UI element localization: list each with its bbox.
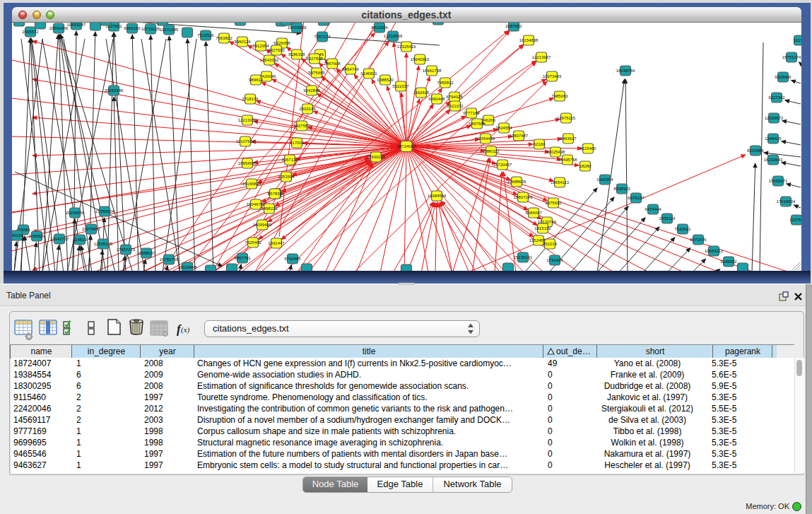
svg-text:9327500: 9327500	[268, 48, 285, 52]
svg-text:9084067: 9084067	[525, 211, 542, 215]
svg-text:16033809: 16033809	[288, 25, 307, 30]
svg-text:9777169: 9777169	[463, 111, 480, 115]
svg-text:1733426: 1733426	[546, 258, 563, 262]
svg-text:18280: 18280	[579, 164, 592, 168]
svg-text:12505135: 12505135	[94, 242, 113, 246]
svg-text:1162615: 1162615	[413, 90, 430, 95]
svg-text:16648784: 16648784	[616, 69, 635, 73]
svg-text:15640910: 15640910	[411, 57, 430, 62]
svg-text:12942737: 12942737	[50, 237, 69, 241]
svg-text:10107554: 10107554	[236, 139, 255, 144]
svg-text:62160: 62160	[534, 142, 546, 146]
svg-text:20206556: 20206556	[66, 211, 85, 215]
svg-text:10807487: 10807487	[510, 134, 529, 138]
svg-text:8912954: 8912954	[252, 44, 269, 48]
svg-text:3267130: 3267130	[281, 158, 298, 162]
svg-text:20053346: 20053346	[105, 88, 124, 93]
svg-text:13325419: 13325419	[397, 45, 416, 49]
svg-text:1156829: 1156829	[29, 234, 46, 238]
svg-text:12213369: 12213369	[238, 118, 257, 122]
svg-text:6466160: 6466160	[124, 26, 141, 30]
svg-text:8215956: 8215956	[747, 148, 764, 153]
svg-text:1244415: 1244415	[765, 136, 782, 141]
svg-text:6497568: 6497568	[469, 122, 486, 126]
svg-text:7515526: 7515526	[197, 33, 214, 37]
svg-text:7485063: 7485063	[551, 94, 568, 98]
svg-text:1353594: 1353594	[278, 175, 295, 179]
svg-text:7632621: 7632621	[674, 227, 691, 231]
svg-text:10654112: 10654112	[705, 249, 724, 253]
svg-text:1621072: 1621072	[447, 104, 464, 108]
svg-text:7625402: 7625402	[245, 240, 261, 245]
svg-text:10719135: 10719135	[141, 27, 160, 31]
svg-text:10958167: 10958167	[137, 251, 156, 255]
svg-text:12093872: 12093872	[765, 116, 784, 120]
svg-text:5875685: 5875685	[308, 71, 325, 75]
svg-text:19654113: 19654113	[551, 180, 570, 185]
svg-text:(x): (x)	[181, 325, 190, 334]
svg-text:12023448: 12023448	[178, 265, 197, 269]
svg-text:10025438: 10025438	[546, 150, 565, 154]
svg-text:16154838: 16154838	[519, 38, 539, 42]
svg-text:15692971: 15692971	[769, 179, 788, 183]
svg-text:989612: 989612	[249, 78, 264, 82]
svg-text:9463627: 9463627	[560, 136, 577, 141]
svg-text:9474444: 9474444	[645, 207, 661, 211]
svg-text:9146821: 9146821	[360, 71, 377, 76]
svg-text:12213967: 12213967	[532, 55, 551, 59]
svg-text:19384554: 19384554	[428, 194, 447, 198]
svg-text:5322037: 5322037	[392, 84, 409, 88]
svg-text:9242848: 9242848	[303, 88, 320, 93]
svg-text:9960124: 9960124	[234, 40, 251, 44]
svg-text:16854985: 16854985	[238, 161, 257, 165]
svg-text:9329966: 9329966	[775, 75, 792, 79]
svg-text:7886322: 7886322	[483, 149, 500, 153]
svg-text:8186328: 8186328	[288, 52, 305, 57]
svg-text:17957275: 17957275	[117, 247, 136, 252]
svg-text:2718176: 2718176	[242, 97, 259, 101]
svg-text:12975115: 12975115	[557, 116, 576, 120]
svg-text:15751074: 15751074	[782, 55, 801, 59]
svg-text:557833: 557833	[268, 192, 283, 196]
svg-text:1640954: 1640954	[596, 177, 613, 182]
svg-text:8938923: 8938923	[613, 187, 630, 191]
svg-text:9115460: 9115460	[580, 146, 597, 151]
svg-text:16099489: 16099489	[253, 223, 272, 227]
svg-text:9227342: 9227342	[768, 95, 785, 100]
svg-text:10653287: 10653287	[67, 23, 86, 27]
svg-text:10688609: 10688609	[507, 180, 526, 184]
svg-text:18495758: 18495758	[558, 158, 577, 162]
svg-text:9245652: 9245652	[720, 259, 737, 264]
svg-text:6679197: 6679197	[628, 196, 645, 200]
svg-text:5716485: 5716485	[284, 257, 301, 261]
svg-text:15720407: 15720407	[493, 163, 512, 167]
svg-text:10975867: 10975867	[82, 227, 101, 231]
svg-text:18300295: 18300295	[367, 155, 386, 159]
svg-text:1815152: 1815152	[534, 226, 551, 230]
svg-text:8813054: 8813054	[371, 25, 388, 30]
svg-text:19166825: 19166825	[242, 182, 261, 186]
svg-text:16782759: 16782759	[160, 257, 179, 262]
svg-text:6990448: 6990448	[428, 97, 445, 101]
svg-text:5498222: 5498222	[261, 206, 278, 211]
svg-text:10973493: 10973493	[543, 74, 562, 78]
svg-text:6794028: 6794028	[446, 95, 463, 99]
svg-text:citations_edges.txt: citations_edges.txt	[362, 9, 452, 21]
svg-text:2935114: 2935114	[659, 216, 676, 221]
svg-text:39154: 39154	[11, 233, 23, 238]
svg-text:15136141: 15136141	[514, 255, 533, 259]
svg-text:7663822: 7663822	[216, 36, 233, 40]
svg-text:3824554: 3824554	[495, 126, 512, 130]
svg-text:16543362: 16543362	[260, 58, 279, 62]
svg-text:7357274: 7357274	[314, 35, 331, 39]
svg-text:417004: 417004	[290, 141, 305, 145]
svg-text:17016504: 17016504	[777, 199, 796, 204]
svg-text:8471676: 8471676	[690, 238, 707, 242]
svg-text:17359924: 17359924	[95, 209, 114, 214]
svg-text:9857791: 9857791	[234, 256, 251, 260]
svg-text:5226058: 5226058	[273, 41, 290, 45]
svg-text:8427552: 8427552	[293, 124, 310, 128]
svg-text:10671385: 10671385	[160, 28, 179, 32]
svg-text:7955812: 7955812	[437, 81, 454, 85]
svg-text:1975692: 1975692	[545, 201, 562, 205]
